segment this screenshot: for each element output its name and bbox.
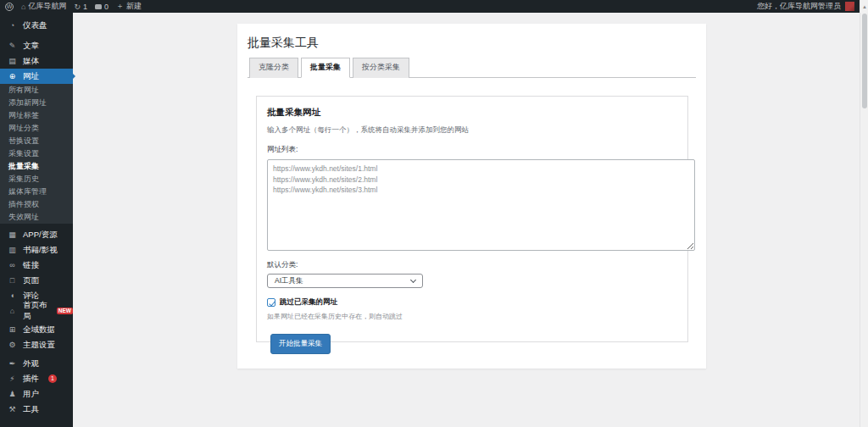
comment-count: 0: [104, 3, 108, 11]
wordpress-logo-icon[interactable]: W: [5, 3, 14, 11]
menu-item-label: 采集历史: [8, 174, 39, 185]
url-list-textarea[interactable]: [267, 159, 695, 251]
admin-greeting[interactable]: 您好，亿库导航网管理员: [757, 1, 841, 12]
sidebar-item-posts[interactable]: ✎ 文章: [0, 38, 73, 53]
dashboard-icon: ◔: [8, 21, 17, 30]
tool-card: 批量采集工具 克隆分类 批量采集 按分类采集 批量采集网址 输入多个网址（每行一…: [237, 24, 706, 369]
sidebar-item-app-resources[interactable]: ▦ APP/资源: [0, 227, 73, 242]
default-category-select[interactable]: AI工具集: [267, 274, 423, 288]
sidebar-item-books-video[interactable]: ▥ 书籍/影视: [0, 242, 73, 258]
menu-item-label: 链接: [23, 260, 39, 271]
menu-item-label: 采集设置: [8, 148, 39, 159]
admin-bar-comments[interactable]: 0: [95, 3, 108, 11]
sidebar-item-theme-settings[interactable]: ⚙ 主题设置: [0, 337, 73, 352]
admin-content-area: 批量采集工具 克隆分类 批量采集 按分类采集 批量采集网址 输入多个网址（每行一…: [73, 13, 860, 427]
menu-item-label: 添加新网址: [8, 97, 47, 108]
selected-category-value: AI工具集: [275, 276, 303, 286]
submenu-all-urls[interactable]: 所有网址: [0, 84, 73, 97]
submenu-add-new-url[interactable]: 添加新网址: [0, 97, 73, 109]
sidebar-item-links[interactable]: ∞ 链接: [0, 258, 73, 273]
menu-item-label: 替换设置: [8, 136, 39, 147]
home-icon: ⌂: [21, 3, 25, 11]
admin-sidebar-menu: ◔ 仪表盘 ✎ 文章 ▤ 媒体 ⊕ 网址 所有网址: [0, 13, 73, 427]
wordpress-admin-page: W ⌂ 亿库导航网 ↻ 1 0 ＋ 新建 您好，亿库导航网管理员: [0, 0, 868, 427]
app-resource-icon: ▦: [8, 230, 17, 239]
submenu-plugin-license[interactable]: 插件授权: [0, 198, 73, 211]
wrench-icon: ⚒: [8, 405, 17, 413]
menu-item-label: 全域数据: [23, 324, 55, 336]
home-icon: ⌂: [8, 307, 17, 315]
tab-batch-collect[interactable]: 批量采集: [301, 58, 350, 78]
tab-clone-category[interactable]: 克隆分类: [249, 58, 298, 78]
skip-collected-checkbox[interactable]: [267, 298, 275, 307]
menu-item-label: 媒体: [23, 56, 39, 67]
menu-item-label: 仪表盘: [23, 20, 47, 31]
tab-label: 按分类采集: [362, 63, 400, 71]
pages-icon: □: [8, 276, 17, 285]
comment-bubble-icon: ◖: [8, 291, 17, 300]
tab-label: 克隆分类: [259, 63, 289, 71]
cart-icon: ⊞: [8, 325, 17, 334]
menu-item-label: 主题设置: [23, 340, 55, 351]
menu-item-label: 书籍/影视: [23, 245, 58, 256]
menu-item-label: 插件: [23, 374, 39, 385]
submenu-replace-settings[interactable]: 替换设置: [0, 135, 73, 147]
menu-item-label: 失效网址: [8, 212, 39, 223]
skip-collected-row: 跳过已采集的网址: [267, 297, 677, 308]
sidebar-item-tools[interactable]: ⚒ 工具: [0, 402, 73, 417]
submenu-media-library-manage[interactable]: 媒体库管理: [0, 186, 73, 198]
brush-icon: ✒: [8, 359, 17, 368]
admin-bar-new[interactable]: ＋ 新建: [116, 1, 142, 12]
admin-bar: W ⌂ 亿库导航网 ↻ 1 0 ＋ 新建 您好，亿库导航网管理员: [0, 0, 860, 13]
submenu-collect-history[interactable]: 采集历史: [0, 173, 73, 186]
skip-help-text: 如果网址已经在采集历史中存在，则自动跳过: [267, 312, 677, 321]
plus-icon: ＋: [116, 1, 124, 12]
menu-item-label: 网址: [23, 71, 39, 82]
tab-collect-by-category[interactable]: 按分类采集: [353, 58, 409, 78]
start-batch-collect-button[interactable]: 开始批量采集: [270, 334, 331, 354]
admin-bar-site-link[interactable]: ⌂ 亿库导航网: [21, 1, 66, 12]
window-scrollbar[interactable]: ▲: [860, 0, 868, 427]
new-label: 新建: [126, 1, 142, 12]
pushpin-icon: ✎: [8, 42, 17, 50]
sidebar-item-pages[interactable]: □ 页面: [0, 273, 73, 288]
sidebar-item-appearance[interactable]: ✒ 外观: [0, 356, 73, 371]
submenu-dead-urls[interactable]: 失效网址: [0, 211, 73, 224]
sidebar-item-home-layout[interactable]: ⌂ 首页布局 NEW: [0, 303, 73, 319]
scroll-up-arrow-icon[interactable]: ▲: [860, 4, 868, 9]
menu-item-label: 插件授权: [8, 199, 39, 210]
menu-item-label: 外观: [23, 358, 39, 369]
gear-icon: ⚙: [8, 341, 17, 349]
new-badge: NEW: [57, 308, 73, 315]
menu-item-label: 用户: [23, 389, 39, 400]
menu-item-label: 所有网址: [8, 85, 39, 96]
tab-bar: 克隆分类 批量采集 按分类采集: [248, 58, 696, 78]
submenu-batch-collect[interactable]: 批量采集: [0, 160, 73, 173]
user-avatar[interactable]: [845, 2, 854, 11]
batch-collect-panel: 批量采集网址 输入多个网址（每行一个），系统将自动采集并添加到您的网站 网址列表…: [256, 96, 688, 342]
page-title: 批量采集工具: [248, 36, 696, 51]
submenu-collect-settings[interactable]: 采集设置: [0, 147, 73, 160]
site-name: 亿库导航网: [28, 1, 66, 12]
panel-title: 批量采集网址: [267, 107, 677, 119]
plugin-icon: ⚡: [8, 374, 17, 383]
sidebar-item-users[interactable]: ♟ 用户: [0, 386, 73, 402]
url-list-label: 网址列表:: [267, 145, 677, 155]
admin-bar-updates[interactable]: ↻ 1: [74, 3, 87, 11]
comment-bubble-icon: [95, 4, 102, 9]
panel-description: 输入多个网址（每行一个），系统将自动采集并添加到您的网站: [267, 125, 677, 136]
submenu-url-tags[interactable]: 网址标签: [0, 109, 73, 122]
update-icon: ↻: [74, 3, 81, 11]
sidebar-item-dashboard[interactable]: ◔ 仪表盘: [0, 18, 73, 33]
media-icon: ▤: [8, 57, 17, 65]
sidebar-item-urls[interactable]: ⊕ 网址: [0, 69, 73, 84]
count-badge: 1: [48, 374, 57, 383]
globe-icon: ⊕: [8, 72, 17, 80]
submenu-url-categories[interactable]: 网址分类: [0, 122, 73, 135]
sidebar-item-plugins[interactable]: ⚡ 插件 1: [0, 371, 73, 386]
menu-item-label: 网址标签: [8, 110, 39, 121]
sidebar-item-media[interactable]: ▤ 媒体: [0, 53, 73, 69]
sidebar-item-global-data[interactable]: ⊞ 全域数据: [0, 322, 73, 337]
menu-item-label: 文章: [23, 41, 39, 52]
scrollbar-thumb[interactable]: [862, 14, 867, 108]
